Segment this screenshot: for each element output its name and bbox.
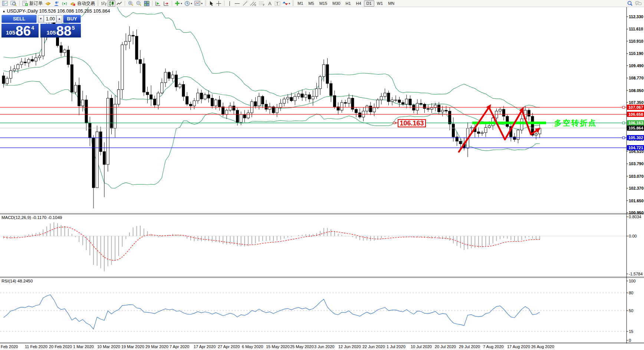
date-axis-label: 12 Jun 2020 [338, 344, 361, 349]
zoom-out-icon[interactable] [135, 0, 143, 7]
rsi-axis-tick: 100 [629, 278, 644, 284]
date-axis-label: 17 Aug 2020 [507, 344, 530, 349]
search-icon[interactable] [626, 0, 634, 7]
macd-axis-tick: -1.5784 [629, 271, 644, 277]
line-chart-type-icon[interactable] [115, 0, 123, 7]
mt4-window: 新订单 自动交易 ▾ ▾ ▾ E F A T ▾ [0, 0, 644, 350]
date-axis-label: 19 Mar 2020 [121, 344, 144, 349]
chart-canvas[interactable] [0, 0, 644, 350]
candle-chart-type-icon[interactable] [108, 0, 115, 7]
sell-price-display[interactable]: 105 86 4 [1, 24, 39, 37]
indicators-button[interactable]: ▾ [174, 0, 183, 7]
autotrading-label: 自动交易 [77, 0, 95, 7]
chat-icon[interactable] [634, 0, 643, 7]
fibonacci-icon[interactable]: F [257, 0, 266, 7]
auto-scroll-icon[interactable] [154, 0, 162, 7]
mql5-community-icon[interactable] [52, 0, 60, 7]
rsi-axis-tick: 50 [629, 308, 644, 313]
timeframe-d1[interactable]: D1 [364, 0, 374, 7]
date-axis-label: 6 May 2020 [242, 344, 263, 349]
turning-point-note[interactable]: 多空转折点 [554, 118, 597, 128]
one-click-trading-panel: SELL ▼ 1.00 ▲ BUY 105 86 4 105 88 5 [1, 15, 82, 37]
new-order-label: 新订单 [29, 0, 43, 7]
rsi-axis-tick: 80 [629, 290, 644, 295]
bar-chart-type-icon[interactable] [100, 0, 108, 7]
periods-button[interactable]: ▾ [183, 0, 193, 7]
text-icon[interactable]: A [266, 0, 273, 7]
volume-input[interactable]: 1.00 [44, 15, 56, 23]
chart-profile-icon[interactable] [9, 0, 18, 7]
svg-text:F: F [263, 4, 264, 6]
vertical-line-icon[interactable] [226, 0, 233, 7]
date-axis-label: 1 Jul 2020 [387, 344, 405, 349]
rsi-axis-tick: 15 [629, 329, 644, 334]
date-axis-label: 17 Apr 2020 [194, 344, 216, 349]
zoom-in-icon[interactable] [126, 0, 135, 7]
buy-price-display[interactable]: 105 88 5 [40, 24, 81, 37]
horizontal-line-icon[interactable] [233, 0, 241, 7]
price-axis-tick: 108.050 [629, 88, 644, 93]
date-axis-label: 26 Aug 2020 [531, 344, 554, 349]
timeframe-mn[interactable]: MN [385, 0, 397, 7]
date-axis-label: 7 Aug 2020 [483, 344, 504, 349]
templates-button[interactable]: ▾ [193, 0, 204, 7]
price-axis-tick: 107.350 [629, 100, 644, 105]
date-axis-label: 15 May 2020 [266, 344, 290, 349]
price-axis-tick: 101.650 [629, 198, 644, 203]
date-axis-label: 11 Feb 2020 [25, 344, 47, 349]
trend-arrow-icon: ▲ [2, 9, 6, 13]
price-level-callout[interactable]: 106.163 [398, 119, 426, 127]
price-axis-tick: 109.490 [629, 63, 644, 68]
timeframe-h4[interactable]: H4 [354, 0, 364, 7]
date-axis-label: Feb 2020 [1, 344, 18, 349]
crosshair-icon[interactable] [215, 0, 223, 7]
date-axis-label: 20 Jul 2020 [435, 344, 456, 349]
new-order-icon [22, 1, 28, 6]
timeframe-m15[interactable]: M15 [317, 0, 330, 7]
chart-shift-icon[interactable] [162, 0, 170, 7]
price-axis-tick: 110.190 [629, 51, 644, 56]
new-order-button[interactable]: 新订单 [21, 0, 44, 7]
timeframe-m1[interactable]: M1 [295, 0, 306, 7]
trendline-icon[interactable] [241, 0, 249, 7]
timeframe-h1[interactable]: H1 [343, 0, 353, 7]
timeframe-w1[interactable]: W1 [374, 0, 386, 7]
date-axis-label: 3 Jun 2020 [314, 344, 334, 349]
price-axis-tick: 103.790 [629, 161, 644, 166]
date-axis-label: 29 Jul 2020 [459, 344, 480, 349]
price-axis-tick: 103.070 [629, 174, 644, 179]
autotrading-button[interactable]: 自动交易 [69, 0, 96, 7]
arrows-button[interactable]: ▾ [282, 0, 291, 7]
price-axis-tick: 112.330 [629, 14, 644, 19]
timeframe-m30[interactable]: M30 [330, 0, 343, 7]
svg-text:T: T [276, 1, 279, 6]
price-tag: 107.067 [627, 105, 644, 110]
signals-icon[interactable] [60, 0, 69, 7]
metaeditor-icon[interactable] [44, 0, 52, 7]
equidistant-channel-icon[interactable]: E [249, 0, 257, 7]
chart-title: ▲ USDJPY-,Daily 105.526 106.086 105.285 … [2, 9, 110, 14]
volume-down-button[interactable]: ▼ [38, 15, 44, 23]
date-axis-label: 7 Apr 2020 [170, 344, 189, 349]
price-tag: 106.658 [627, 112, 644, 117]
date-axis-label: 20 Feb 2020 [49, 344, 72, 349]
cursor-icon[interactable] [207, 0, 215, 7]
tile-windows-icon[interactable] [143, 0, 151, 7]
sell-button[interactable]: SELL [1, 15, 37, 23]
text-label-icon[interactable]: T [273, 0, 282, 7]
svg-text:E: E [254, 4, 256, 6]
timeframe-m5[interactable]: M5 [306, 0, 316, 7]
price-axis-tick: 108.770 [629, 75, 644, 81]
rsi-axis-tick: 0 [629, 338, 644, 343]
macd-axis-tick: 0.00 [629, 233, 644, 239]
main-toolbar: 新订单 自动交易 ▾ ▾ ▾ E F A T ▾ [0, 0, 644, 7]
ohlc-close: 105.864 [93, 9, 110, 14]
date-axis-label: 25 May 2020 [290, 344, 314, 349]
symbol-period-label: USDJPY-,Daily [7, 9, 38, 14]
autotrading-icon [70, 1, 76, 6]
turning-point-band [472, 122, 546, 124]
new-chart-icon[interactable] [1, 0, 9, 7]
date-axis-label: 22 Jun 2020 [362, 344, 385, 349]
buy-button[interactable]: BUY [63, 15, 81, 23]
volume-up-button[interactable]: ▲ [56, 15, 62, 23]
